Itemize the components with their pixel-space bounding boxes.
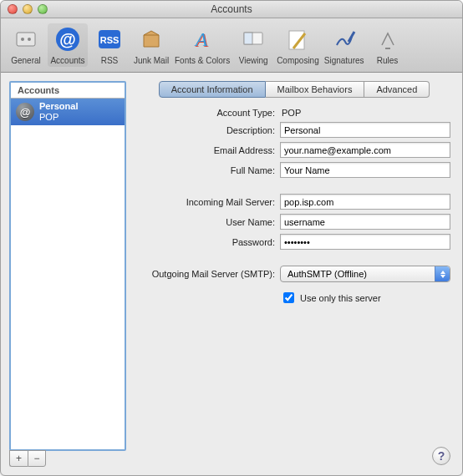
svg-point-2: [28, 38, 31, 41]
label-outgoing: Outgoing Mail Server (SMTP):: [138, 269, 280, 279]
toolbar-item-junk[interactable]: Junk Mail: [131, 23, 171, 67]
toolbar-label: Composing: [277, 56, 319, 65]
toolbar-label: Junk Mail: [134, 56, 169, 65]
toolbar-item-fonts[interactable]: AA Fonts & Colors: [173, 23, 232, 67]
toolbar-item-composing[interactable]: Composing: [275, 23, 321, 67]
accounts-list-header: Accounts: [11, 83, 125, 99]
use-only-checkbox-input[interactable]: [283, 292, 294, 303]
use-only-label: Use only this server: [300, 293, 381, 303]
label-incoming: Incoming Mail Server:: [138, 197, 280, 207]
svg-text:A: A: [194, 28, 208, 50]
use-only-server-checkbox[interactable]: Use only this server: [280, 290, 381, 306]
outgoing-server-select[interactable]: AuthSMTP (Offline): [280, 266, 450, 282]
junk-icon: [137, 25, 165, 53]
incoming-input[interactable]: [280, 194, 450, 210]
at-icon: @: [16, 103, 34, 121]
toolbar-item-rss[interactable]: RSS RSS: [89, 23, 130, 67]
toolbar-item-rules[interactable]: Rules: [368, 23, 408, 67]
toolbar-label: Accounts: [50, 56, 84, 65]
account-type: POP: [39, 112, 78, 123]
toolbar-label: General: [11, 56, 41, 65]
toolbar-item-signatures[interactable]: Signatures: [323, 23, 366, 67]
label-password: Password:: [138, 237, 280, 247]
label-description: Description:: [138, 125, 280, 135]
account-list-item[interactable]: @ Personal POP: [11, 99, 125, 125]
window-title: Accounts: [1, 3, 462, 15]
label-account-type: Account Type:: [138, 108, 280, 118]
toolbar-label: Viewing: [239, 56, 268, 65]
tab-mailbox-behaviors[interactable]: Mailbox Behaviors: [266, 81, 365, 98]
description-input[interactable]: [280, 122, 450, 138]
value-account-type: POP: [280, 108, 301, 118]
help-button[interactable]: ?: [432, 447, 450, 465]
svg-point-1: [21, 38, 24, 41]
viewing-icon: [239, 25, 267, 53]
password-input[interactable]: [280, 234, 450, 250]
dropdown-arrows-icon: [435, 266, 450, 281]
label-username: User Name:: [138, 217, 280, 227]
username-input[interactable]: [280, 214, 450, 230]
at-icon: @: [53, 25, 82, 53]
toolbar-label: Rules: [377, 56, 399, 65]
fullname-input[interactable]: [280, 162, 450, 178]
toolbar-item-accounts[interactable]: @ Accounts: [48, 23, 88, 67]
titlebar: Accounts: [1, 1, 462, 18]
toolbar: General @ Accounts RSS RSS Junk Mail AA …: [1, 18, 462, 73]
toolbar-label: Signatures: [324, 56, 364, 65]
rss-icon: RSS: [95, 25, 124, 53]
fonts-icon: AA: [188, 25, 216, 53]
toolbar-label: Fonts & Colors: [175, 56, 230, 65]
email-input[interactable]: [280, 142, 450, 158]
label-email: Email Address:: [138, 145, 280, 155]
toolbar-item-general[interactable]: General: [6, 23, 46, 67]
rules-icon: [374, 25, 402, 53]
svg-rect-0: [17, 33, 35, 46]
composing-icon: [283, 25, 312, 53]
account-name: Personal: [39, 101, 78, 112]
add-account-button[interactable]: +: [9, 450, 28, 467]
svg-rect-11: [289, 31, 304, 49]
switch-icon: [12, 25, 40, 53]
accounts-list: Accounts @ Personal POP: [9, 81, 126, 451]
toolbar-item-viewing[interactable]: Viewing: [233, 23, 273, 67]
label-fullname: Full Name:: [138, 165, 280, 175]
tab-advanced[interactable]: Advanced: [364, 81, 430, 98]
tabs: Account Information Mailbox Behaviors Ad…: [135, 81, 454, 98]
svg-rect-10: [244, 33, 252, 44]
signatures-icon: [330, 25, 359, 53]
tab-account-information[interactable]: Account Information: [159, 81, 266, 98]
svg-text:@: @: [59, 30, 76, 48]
remove-account-button[interactable]: −: [28, 450, 46, 467]
outgoing-server-value: AuthSMTP (Offline): [287, 269, 367, 279]
svg-text:RSS: RSS: [100, 35, 120, 45]
account-list-label: Personal POP: [39, 101, 78, 123]
toolbar-label: RSS: [101, 56, 119, 65]
